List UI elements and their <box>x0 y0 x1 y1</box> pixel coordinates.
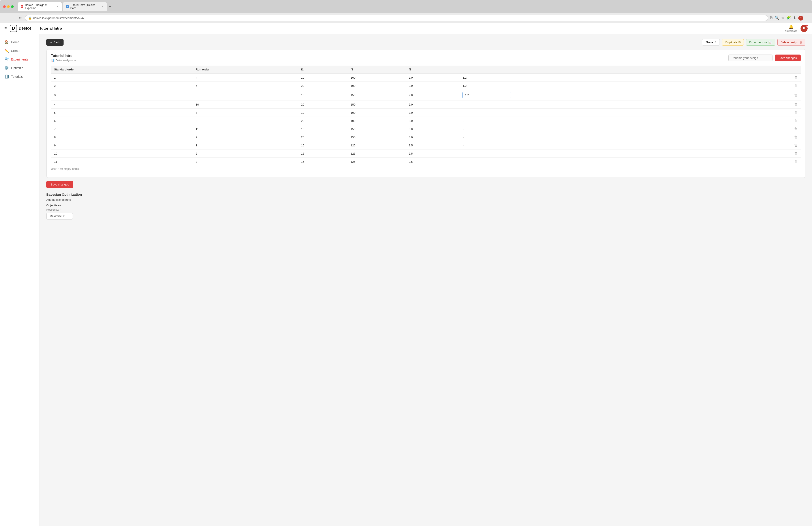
minimize-dot[interactable] <box>7 5 10 8</box>
add-runs-link[interactable]: Add additional runs <box>46 198 806 201</box>
cell-run-9: 2 <box>193 150 298 158</box>
cell-r-6: - <box>460 125 749 133</box>
cell-run-7: 9 <box>193 133 298 141</box>
duplicate-button[interactable]: Duplicate ⧉ <box>722 39 744 46</box>
cell-r-8: - <box>460 141 749 150</box>
r-input-2[interactable] <box>463 92 511 98</box>
sidebar-label-optimize: Optimize <box>11 66 23 70</box>
sidebar-item-tutorials[interactable]: ℹ️ Tutorials <box>0 72 40 81</box>
cell-run-4: 7 <box>193 109 298 117</box>
new-tab-button[interactable]: + <box>108 2 113 11</box>
delete-cell-6: 🗑 <box>749 125 801 133</box>
delete-row-button-9[interactable]: 🗑 <box>794 152 798 155</box>
tab-favicon-1: D <box>21 5 23 8</box>
cell-r-4: - <box>460 109 749 117</box>
delete-row-button-6[interactable]: 🗑 <box>794 127 798 131</box>
maximize-dropdown[interactable]: Maximize ▾ <box>46 213 73 219</box>
delete-row-button-8[interactable]: 🗑 <box>794 143 798 147</box>
translate-icon[interactable]: ⎘ <box>770 16 772 20</box>
cell-std-4: 5 <box>51 109 193 117</box>
action-bar: ← Back Share ↗ Duplicate ⧉ Export as xls… <box>46 39 806 46</box>
browser-toolbar-icons: ⎘ 🔍 ☆ 🧩 ⬇ R ⋮ <box>770 16 809 20</box>
extensions-icon[interactable]: 🧩 <box>787 16 791 20</box>
cell-f1-0: 10 <box>298 73 348 82</box>
hamburger-button[interactable]: ≡ <box>4 26 7 31</box>
notifications-button[interactable]: 🔔 Notifications <box>785 25 797 32</box>
export-button[interactable]: Export as xlsx 📊 <box>746 39 775 46</box>
browser-tab-2[interactable]: D Tutorial Intro | Desice Docs ✕ <box>63 2 107 11</box>
save-changes-button-bottom[interactable]: Save changes <box>46 181 73 188</box>
table-header: Standard order Run order f1 f2 f3 r <box>51 66 801 73</box>
table-row: 89201503.0-🗑 <box>51 133 801 141</box>
user-avatar[interactable]: R <box>800 25 808 32</box>
col-header-f2: f2 <box>348 66 406 73</box>
user-profile-icon[interactable]: R <box>798 16 803 20</box>
cell-r-1: 1.2 <box>460 82 749 90</box>
cell-r-3: - <box>460 100 749 109</box>
save-changes-button-top[interactable]: Save changes <box>775 55 801 61</box>
cell-run-1: 6 <box>193 82 298 90</box>
delete-row-button-5[interactable]: 🗑 <box>794 119 798 123</box>
bookmark-icon[interactable]: ☆ <box>781 16 784 20</box>
address-bar[interactable]: 🔒 desice.io/experiments/experiments/5247 <box>25 15 768 21</box>
url-text[interactable]: desice.io/experiments/experiments/5247 <box>33 16 85 20</box>
chevron-down-icon: ▾ <box>63 214 64 218</box>
zoom-icon[interactable]: 🔍 <box>775 16 779 20</box>
tab-close-1[interactable]: ✕ <box>57 5 59 8</box>
col-header-f3: f3 <box>406 66 460 73</box>
back-button[interactable]: ← Back <box>46 39 63 46</box>
cell-f1-9: 15 <box>298 150 348 158</box>
delete-row-button-0[interactable]: 🗑 <box>794 75 798 80</box>
design-card: Tutorial Intro 📊 Data analysis → Save ch… <box>46 49 806 178</box>
cell-run-10: 3 <box>193 158 298 166</box>
share-button[interactable]: Share ↗ <box>702 39 720 46</box>
delete-row-button-2[interactable]: 🗑 <box>794 93 798 97</box>
cell-std-2: 3 <box>51 90 193 100</box>
tab-close-2[interactable]: ✕ <box>102 5 104 8</box>
design-card-actions: Save changes <box>728 55 801 61</box>
delete-row-button-7[interactable]: 🗑 <box>794 135 798 139</box>
rename-input[interactable] <box>728 55 772 61</box>
cell-run-2: 5 <box>193 90 298 100</box>
sidebar-label-experiments: Experiments <box>11 58 28 61</box>
table-row: 14101002.01.2🗑 <box>51 73 801 82</box>
logo-icon: D <box>10 25 17 32</box>
cell-f1-5: 20 <box>298 117 348 125</box>
maximize-dot[interactable] <box>11 5 14 8</box>
cell-run-6: 11 <box>193 125 298 133</box>
notifications-label: Notifications <box>785 30 797 32</box>
table-row: 91151252.5-🗑 <box>51 141 801 150</box>
app-body: 🏠 Home ✏️ Create ⚗️ Experiments ⚙️ Optim… <box>0 34 812 526</box>
more-menu-icon[interactable]: ⋮ <box>806 16 809 20</box>
cell-f2-2: 150 <box>348 90 406 100</box>
sidebar-item-experiments[interactable]: ⚗️ Experiments <box>0 55 40 63</box>
download-icon[interactable]: ⬇ <box>793 16 796 20</box>
lock-icon: 🔒 <box>28 16 32 20</box>
data-analysis-link[interactable]: 📊 Data analysis → <box>51 59 76 62</box>
cell-r-2[interactable] <box>460 90 749 100</box>
browser-menu-icon[interactable]: ⋮ <box>806 5 809 9</box>
app-header-right: 🔔 Notifications R <box>785 25 808 32</box>
sidebar-item-create[interactable]: ✏️ Create <box>0 46 40 55</box>
sidebar-item-optimize[interactable]: ⚙️ Optimize <box>0 63 40 72</box>
reload-button[interactable]: ↺ <box>18 16 23 20</box>
cell-f1-10: 15 <box>298 158 348 166</box>
delete-cell-1: 🗑 <box>749 82 801 90</box>
home-icon: 🏠 <box>4 40 9 44</box>
cell-f2-0: 100 <box>348 73 406 82</box>
sidebar-item-home[interactable]: 🏠 Home <box>0 38 40 46</box>
delete-row-button-3[interactable]: 🗑 <box>794 102 798 106</box>
browser-tab-active[interactable]: D Desice – Design of Experime... ✕ <box>18 2 62 11</box>
maximize-label: Maximize <box>50 214 62 218</box>
delete-row-button-4[interactable]: 🗑 <box>794 111 798 115</box>
forward-nav-button[interactable]: → <box>11 16 16 20</box>
cell-f3-8: 2.5 <box>406 141 460 150</box>
delete-button[interactable]: Delete design 🗑 <box>777 39 806 46</box>
sidebar: 🏠 Home ✏️ Create ⚗️ Experiments ⚙️ Optim… <box>0 34 40 526</box>
cell-std-7: 8 <box>51 133 193 141</box>
back-nav-button[interactable]: ← <box>3 16 9 20</box>
delete-row-button-10[interactable]: 🗑 <box>794 160 798 164</box>
cell-r-0: 1.2 <box>460 73 749 82</box>
delete-row-button-1[interactable]: 🗑 <box>794 84 798 88</box>
close-dot[interactable] <box>3 5 6 8</box>
